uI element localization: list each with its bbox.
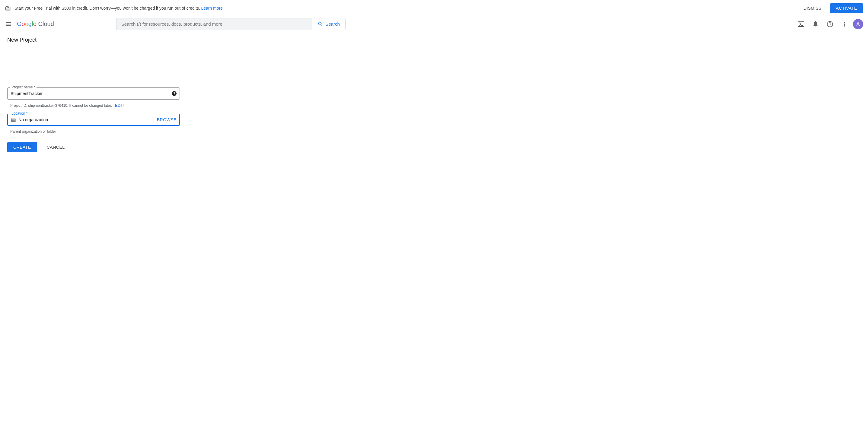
location-label: Location * (10, 111, 29, 116)
navigation-menu-icon[interactable] (5, 21, 12, 28)
search-input-wrap (116, 18, 312, 30)
browse-button[interactable]: BROWSE (157, 117, 177, 122)
page-title: New Project (7, 37, 861, 43)
more-options-icon[interactable] (838, 18, 850, 30)
app-header: Google Cloud Search A (0, 16, 868, 32)
form-actions: CREATE CANCEL (7, 142, 180, 152)
search-icon (317, 21, 323, 27)
header-right: A (795, 18, 863, 30)
organization-icon (10, 117, 16, 123)
question-mark-icon[interactable]: ? (172, 91, 177, 96)
search-button[interactable]: Search (312, 18, 346, 30)
project-id-text: Project ID: shipmenttracker-376410. It c… (10, 103, 112, 108)
trial-text-content: Start your Free Trial with $300 in credi… (14, 6, 201, 10)
avatar[interactable]: A (853, 19, 863, 29)
edit-project-id-button[interactable]: EDIT (115, 103, 125, 108)
learn-more-link[interactable]: Learn more (201, 6, 223, 10)
new-project-form: Project name * ? Project ID: shipmenttra… (0, 48, 187, 160)
project-name-field: Project name * ? (7, 88, 180, 100)
project-id-hint-row: Project ID: shipmenttracker-376410. It c… (7, 101, 180, 114)
activate-button[interactable]: ACTIVATE (830, 3, 863, 13)
google-cloud-logo[interactable]: Google Cloud (17, 21, 54, 28)
help-icon[interactable] (824, 18, 836, 30)
search-input[interactable] (121, 22, 307, 27)
project-name-input[interactable] (10, 91, 172, 96)
location-box: BROWSE (7, 114, 180, 126)
location-helper: Parent organization or folder (7, 128, 180, 142)
gift-icon (5, 5, 11, 11)
page-title-bar: New Project (0, 32, 868, 48)
cloud-shell-icon[interactable] (795, 18, 807, 30)
project-name-box: ? (7, 88, 180, 100)
search-container: Search (116, 18, 346, 30)
location-field: Location * BROWSE (7, 114, 180, 126)
google-wordmark: Google (17, 21, 36, 28)
free-trial-banner: Start your Free Trial with $300 in credi… (0, 0, 868, 16)
location-input[interactable] (19, 117, 157, 122)
search-button-label: Search (326, 22, 340, 27)
create-button[interactable]: CREATE (7, 142, 37, 152)
dismiss-button[interactable]: DISMISS (799, 3, 826, 13)
trial-text: Start your Free Trial with $300 in credi… (14, 6, 795, 10)
cloud-wordmark: Cloud (38, 21, 54, 28)
cancel-button[interactable]: CANCEL (41, 142, 71, 152)
project-name-label: Project name * (10, 85, 36, 89)
notifications-icon[interactable] (809, 18, 822, 30)
